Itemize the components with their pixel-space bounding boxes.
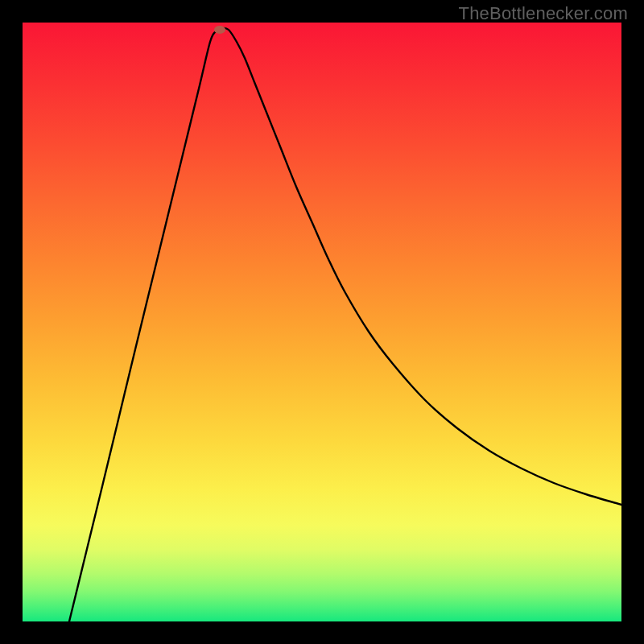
plot-background <box>23 23 621 621</box>
optimal-point-marker <box>214 26 225 34</box>
outer-frame: TheBottlenecker.com <box>0 0 644 644</box>
watermark-text: TheBottlenecker.com <box>459 3 628 24</box>
chart-canvas <box>23 23 621 621</box>
